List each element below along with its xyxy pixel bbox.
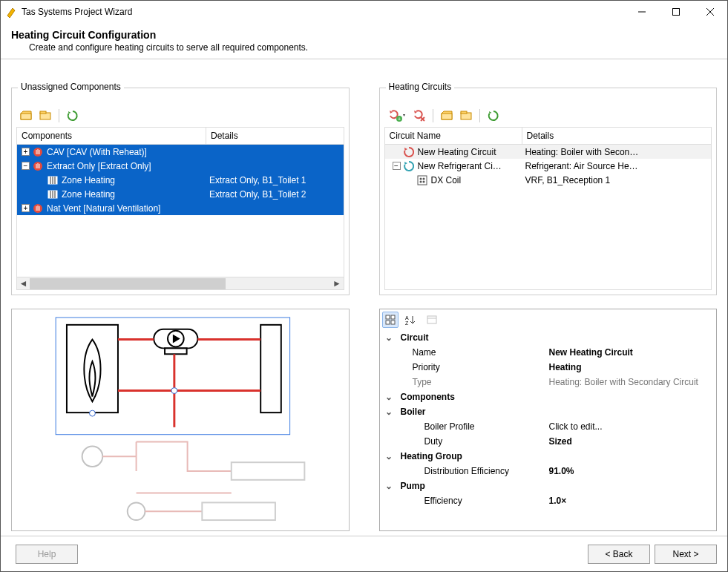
property-row[interactable]: TypeHeating: Boiler with Secondary Circu…	[380, 375, 717, 389]
category-label: Boiler	[398, 405, 546, 418]
property-row[interactable]: Boiler ProfileClick to edit...	[380, 419, 717, 434]
alphabetical-view-button[interactable]: AZ	[401, 312, 418, 328]
property-list[interactable]: ⌄CircuitNameNew Heating CircuitPriorityH…	[380, 330, 717, 530]
tree-detail: Heating: Boiler with Secon…	[522, 147, 712, 157]
scroll-thumb[interactable]	[30, 278, 226, 289]
property-row[interactable]: Distribution Efficiency91.0%	[380, 464, 717, 479]
tree-row[interactable]: Zone HeatingExtract Only, B1_Toilet 1	[17, 173, 344, 187]
dx-icon	[417, 175, 427, 185]
svg-rect-35	[165, 348, 187, 354]
horizontal-scrollbar[interactable]: ◄ ►	[16, 277, 344, 290]
col-circuit-name[interactable]: Circuit Name	[385, 128, 522, 144]
hand-icon	[33, 203, 43, 214]
refresh-circuits-button[interactable]	[485, 108, 502, 124]
property-category[interactable]: ⌄Pump	[380, 479, 717, 493]
property-value[interactable]: Heating: Boiler with Secondary Circuit	[546, 375, 717, 389]
toolbar-separator	[479, 109, 480, 122]
property-row[interactable]: DutySized	[380, 434, 717, 449]
expand-icon[interactable]: +	[22, 204, 30, 212]
refresh-button[interactable]	[65, 108, 81, 124]
unassigned-header: Components Details	[16, 127, 344, 145]
chevron-down-icon[interactable]: ⌄	[380, 481, 398, 491]
tree-row[interactable]: +CAV [CAV (With Reheat)]	[17, 145, 344, 159]
tree-row[interactable]: New Heating CircuitHeating: Boiler with …	[385, 145, 712, 159]
property-value[interactable]: Sized	[546, 435, 717, 448]
svg-rect-31	[67, 325, 118, 412]
hand-icon	[33, 147, 43, 157]
help-button[interactable]: Help	[16, 545, 78, 564]
property-pages-button[interactable]	[424, 312, 440, 328]
tree-detail: Extract Only, B1_Toilet 1	[206, 175, 344, 185]
tree-row[interactable]: −New Refrigerant Ci…Refrigerant: Air Sou…	[385, 159, 712, 173]
collapse-icon[interactable]: −	[22, 162, 30, 170]
svg-point-28	[419, 180, 422, 183]
tree-row[interactable]: +Nat Vent [Natural Ventilation]	[17, 201, 344, 215]
tree-label: Extract Only [Extract Only]	[47, 161, 151, 171]
tree-detail: Refrigerant: Air Source He…	[522, 161, 712, 171]
content-area: Unassigned Components Components Details…	[1, 59, 727, 536]
delete-circuit-button[interactable]	[411, 108, 427, 124]
category-label: Heating Group	[398, 450, 546, 463]
property-value[interactable]: New Heating Circuit	[546, 346, 717, 359]
property-category[interactable]: ⌄Components	[380, 389, 717, 404]
next-button[interactable]: Next >	[655, 545, 717, 564]
col-circuit-details[interactable]: Details	[522, 128, 712, 144]
property-value[interactable]: Click to edit...	[546, 420, 717, 433]
cyc-blue-icon	[404, 161, 414, 171]
tree-row[interactable]: DX CoilVRF, B1_Reception 1	[385, 173, 712, 187]
expand-all-circuits-button[interactable]	[439, 108, 455, 124]
tree-row[interactable]: −Extract Only [Extract Only]	[17, 159, 344, 173]
expand-icon[interactable]: +	[22, 148, 30, 156]
scroll-right-button[interactable]: ►	[331, 278, 344, 289]
tree-label: New Refrigerant Ci…	[418, 161, 502, 171]
maximize-button[interactable]	[659, 1, 693, 23]
chevron-down-icon[interactable]: ⌄	[380, 392, 398, 402]
property-name: Duty	[398, 435, 546, 448]
svg-text:A: A	[405, 315, 409, 320]
tree-label: Nat Vent [Natural Ventilation]	[47, 203, 160, 214]
property-category[interactable]: ⌄Circuit	[380, 330, 717, 345]
property-grid: AZ ⌄CircuitNameNew Heating CircuitPriori…	[379, 309, 718, 531]
svg-point-26	[419, 177, 422, 180]
tree-row[interactable]: Zone HeatingExtract Only, B1_Toilet 2	[17, 187, 344, 201]
col-details[interactable]: Details	[206, 128, 344, 144]
add-circuit-button[interactable]: +	[386, 108, 408, 124]
unassigned-tree[interactable]: +CAV [CAV (With Reheat)]−Extract Only [E…	[16, 145, 344, 277]
collapse-all-circuits-button[interactable]	[458, 108, 474, 124]
toolbar-separator	[433, 109, 433, 122]
property-value[interactable]: 91.0%	[546, 464, 717, 478]
expand-all-button[interactable]	[18, 108, 34, 124]
minimize-button[interactable]	[625, 1, 659, 23]
collapse-all-button[interactable]	[37, 108, 53, 124]
scroll-left-button[interactable]: ◄	[17, 278, 30, 289]
chevron-down-icon[interactable]: ⌄	[380, 407, 398, 417]
page-header: Heating Circuit Configuration Create and…	[1, 23, 727, 59]
svg-rect-42	[386, 315, 390, 319]
heating-circuits-panel: Heating Circuits + Circuit Name Details …	[379, 88, 718, 295]
chevron-down-icon[interactable]: ⌄	[380, 332, 398, 343]
circuits-tree[interactable]: New Heating CircuitHeating: Boiler with …	[384, 145, 712, 290]
page-subtitle: Create and configure heating circuits to…	[29, 42, 717, 53]
property-name: Efficiency	[398, 494, 546, 507]
property-category[interactable]: ⌄Heating Group	[380, 449, 717, 464]
collapse-icon[interactable]: −	[393, 162, 401, 170]
back-button[interactable]: < Back	[588, 545, 650, 564]
toolbar-separator	[59, 109, 59, 122]
svg-rect-39	[232, 462, 305, 480]
property-value[interactable]: Heating	[546, 361, 717, 374]
chevron-down-icon[interactable]: ⌄	[380, 451, 398, 461]
property-category[interactable]: ⌄Boiler	[380, 404, 717, 419]
tree-detail: VRF, B1_Reception 1	[522, 175, 712, 185]
property-row[interactable]: Efficiency1.0×	[380, 493, 717, 508]
property-row[interactable]: NameNew Heating Circuit	[380, 345, 717, 360]
window-title: Tas Systems Project Wizard	[22, 7, 625, 17]
property-row[interactable]: PriorityHeating	[380, 360, 717, 375]
category-label: Circuit	[398, 331, 546, 344]
close-button[interactable]	[693, 1, 727, 23]
property-value[interactable]: 1.0×	[546, 494, 717, 507]
col-components[interactable]: Components	[17, 128, 206, 144]
circuits-legend: Heating Circuits	[386, 82, 455, 92]
tree-label: New Heating Circuit	[418, 147, 496, 157]
circuit-diagram[interactable]	[11, 309, 350, 531]
categorized-view-button[interactable]	[382, 312, 399, 328]
